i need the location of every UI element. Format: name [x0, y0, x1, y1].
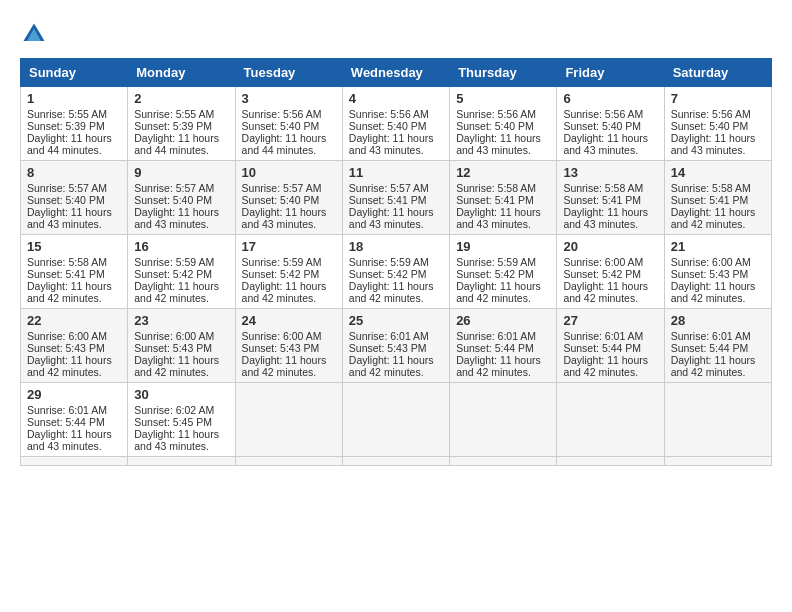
sunrise-label: Sunrise: 6:01 AM: [671, 330, 751, 342]
calendar-cell: 12 Sunrise: 5:58 AM Sunset: 5:41 PM Dayl…: [450, 161, 557, 235]
calendar-cell: 15 Sunrise: 5:58 AM Sunset: 5:41 PM Dayl…: [21, 235, 128, 309]
sunrise-label: Sunrise: 5:56 AM: [242, 108, 322, 120]
day-number: 4: [349, 91, 443, 106]
calendar-cell: 19 Sunrise: 5:59 AM Sunset: 5:42 PM Dayl…: [450, 235, 557, 309]
sunset-label: Sunset: 5:43 PM: [27, 342, 105, 354]
day-number: 15: [27, 239, 121, 254]
calendar-cell: [557, 457, 664, 466]
calendar-cell: 29 Sunrise: 6:01 AM Sunset: 5:44 PM Dayl…: [21, 383, 128, 457]
calendar-cell: 17 Sunrise: 5:59 AM Sunset: 5:42 PM Dayl…: [235, 235, 342, 309]
calendar: Sunday Monday Tuesday Wednesday Thursday…: [20, 58, 772, 466]
calendar-cell: 10 Sunrise: 5:57 AM Sunset: 5:40 PM Dayl…: [235, 161, 342, 235]
calendar-row: 29 Sunrise: 6:01 AM Sunset: 5:44 PM Dayl…: [21, 383, 772, 457]
sunrise-label: Sunrise: 5:56 AM: [456, 108, 536, 120]
day-number: 3: [242, 91, 336, 106]
calendar-row: 15 Sunrise: 5:58 AM Sunset: 5:41 PM Dayl…: [21, 235, 772, 309]
day-number: 26: [456, 313, 550, 328]
sunrise-label: Sunrise: 5:55 AM: [27, 108, 107, 120]
daylight-label: Daylight: 11 hours and 42 minutes.: [563, 280, 648, 304]
sunrise-label: Sunrise: 6:01 AM: [349, 330, 429, 342]
calendar-cell: 16 Sunrise: 5:59 AM Sunset: 5:42 PM Dayl…: [128, 235, 235, 309]
calendar-cell: 13 Sunrise: 5:58 AM Sunset: 5:41 PM Dayl…: [557, 161, 664, 235]
daylight-label: Daylight: 11 hours and 42 minutes.: [134, 280, 219, 304]
sunset-label: Sunset: 5:44 PM: [671, 342, 749, 354]
day-number: 19: [456, 239, 550, 254]
daylight-label: Daylight: 11 hours and 42 minutes.: [456, 354, 541, 378]
calendar-cell: [664, 457, 771, 466]
daylight-label: Daylight: 11 hours and 43 minutes.: [27, 206, 112, 230]
daylight-label: Daylight: 11 hours and 42 minutes.: [134, 354, 219, 378]
day-number: 29: [27, 387, 121, 402]
calendar-cell: 11 Sunrise: 5:57 AM Sunset: 5:41 PM Dayl…: [342, 161, 449, 235]
sunset-label: Sunset: 5:43 PM: [349, 342, 427, 354]
sunrise-label: Sunrise: 5:58 AM: [563, 182, 643, 194]
calendar-row: 22 Sunrise: 6:00 AM Sunset: 5:43 PM Dayl…: [21, 309, 772, 383]
calendar-cell: [128, 457, 235, 466]
sunrise-label: Sunrise: 6:01 AM: [456, 330, 536, 342]
calendar-cell: 30 Sunrise: 6:02 AM Sunset: 5:45 PM Dayl…: [128, 383, 235, 457]
sunrise-label: Sunrise: 5:56 AM: [563, 108, 643, 120]
calendar-cell: 22 Sunrise: 6:00 AM Sunset: 5:43 PM Dayl…: [21, 309, 128, 383]
day-number: 18: [349, 239, 443, 254]
day-number: 8: [27, 165, 121, 180]
day-number: 20: [563, 239, 657, 254]
sunset-label: Sunset: 5:39 PM: [134, 120, 212, 132]
calendar-cell: 1 Sunrise: 5:55 AM Sunset: 5:39 PM Dayli…: [21, 87, 128, 161]
day-number: 13: [563, 165, 657, 180]
day-number: 23: [134, 313, 228, 328]
day-number: 6: [563, 91, 657, 106]
day-number: 7: [671, 91, 765, 106]
calendar-row: [21, 457, 772, 466]
sunset-label: Sunset: 5:41 PM: [671, 194, 749, 206]
calendar-cell: 6 Sunrise: 5:56 AM Sunset: 5:40 PM Dayli…: [557, 87, 664, 161]
daylight-label: Daylight: 11 hours and 42 minutes.: [671, 280, 756, 304]
sunset-label: Sunset: 5:40 PM: [563, 120, 641, 132]
sunrise-label: Sunrise: 6:02 AM: [134, 404, 214, 416]
header-sunday: Sunday: [21, 59, 128, 87]
sunrise-label: Sunrise: 5:56 AM: [349, 108, 429, 120]
sunrise-label: Sunrise: 5:59 AM: [242, 256, 322, 268]
sunrise-label: Sunrise: 5:57 AM: [134, 182, 214, 194]
day-number: 22: [27, 313, 121, 328]
calendar-cell: 18 Sunrise: 5:59 AM Sunset: 5:42 PM Dayl…: [342, 235, 449, 309]
sunset-label: Sunset: 5:44 PM: [456, 342, 534, 354]
calendar-cell: 26 Sunrise: 6:01 AM Sunset: 5:44 PM Dayl…: [450, 309, 557, 383]
sunset-label: Sunset: 5:41 PM: [349, 194, 427, 206]
sunrise-label: Sunrise: 5:59 AM: [349, 256, 429, 268]
day-number: 16: [134, 239, 228, 254]
header-thursday: Thursday: [450, 59, 557, 87]
daylight-label: Daylight: 11 hours and 42 minutes.: [671, 354, 756, 378]
sunrise-label: Sunrise: 5:55 AM: [134, 108, 214, 120]
day-number: 24: [242, 313, 336, 328]
calendar-cell: [342, 383, 449, 457]
calendar-cell: 23 Sunrise: 6:00 AM Sunset: 5:43 PM Dayl…: [128, 309, 235, 383]
sunrise-label: Sunrise: 5:58 AM: [27, 256, 107, 268]
daylight-label: Daylight: 11 hours and 42 minutes.: [671, 206, 756, 230]
daylight-label: Daylight: 11 hours and 44 minutes.: [242, 132, 327, 156]
calendar-cell: 8 Sunrise: 5:57 AM Sunset: 5:40 PM Dayli…: [21, 161, 128, 235]
sunrise-label: Sunrise: 6:01 AM: [563, 330, 643, 342]
sunrise-label: Sunrise: 5:58 AM: [456, 182, 536, 194]
sunset-label: Sunset: 5:42 PM: [134, 268, 212, 280]
sunset-label: Sunset: 5:40 PM: [671, 120, 749, 132]
day-number: 2: [134, 91, 228, 106]
logo-icon: [20, 20, 48, 48]
calendar-row: 1 Sunrise: 5:55 AM Sunset: 5:39 PM Dayli…: [21, 87, 772, 161]
calendar-row: 8 Sunrise: 5:57 AM Sunset: 5:40 PM Dayli…: [21, 161, 772, 235]
day-number: 5: [456, 91, 550, 106]
calendar-cell: 25 Sunrise: 6:01 AM Sunset: 5:43 PM Dayl…: [342, 309, 449, 383]
sunrise-label: Sunrise: 5:56 AM: [671, 108, 751, 120]
day-number: 30: [134, 387, 228, 402]
sunset-label: Sunset: 5:45 PM: [134, 416, 212, 428]
sunset-label: Sunset: 5:41 PM: [27, 268, 105, 280]
daylight-label: Daylight: 11 hours and 42 minutes.: [456, 280, 541, 304]
calendar-cell: [21, 457, 128, 466]
calendar-cell: 27 Sunrise: 6:01 AM Sunset: 5:44 PM Dayl…: [557, 309, 664, 383]
sunset-label: Sunset: 5:40 PM: [27, 194, 105, 206]
daylight-label: Daylight: 11 hours and 44 minutes.: [134, 132, 219, 156]
daylight-label: Daylight: 11 hours and 43 minutes.: [134, 206, 219, 230]
daylight-label: Daylight: 11 hours and 42 minutes.: [349, 354, 434, 378]
sunset-label: Sunset: 5:41 PM: [563, 194, 641, 206]
sunset-label: Sunset: 5:40 PM: [242, 194, 320, 206]
logo: [20, 20, 52, 48]
